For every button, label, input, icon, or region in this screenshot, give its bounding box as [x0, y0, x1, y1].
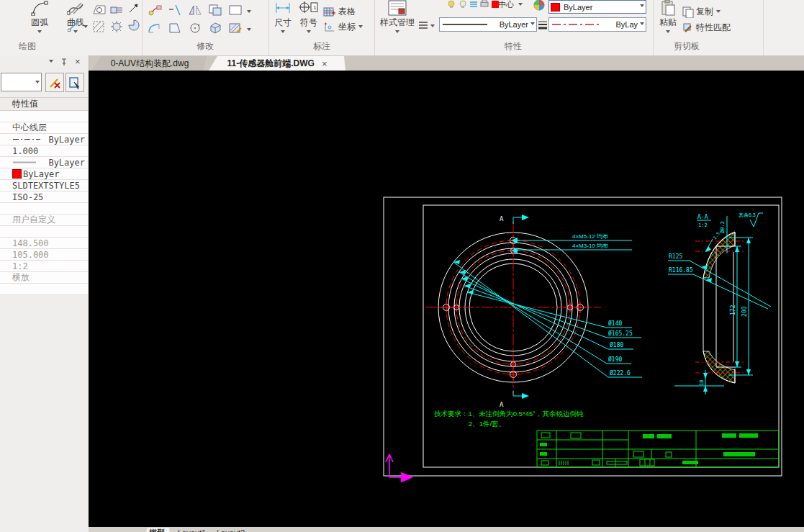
- color-swatch: [551, 3, 560, 12]
- property-row[interactable]: [0, 284, 88, 295]
- coordinate-button[interactable]: 坐标: [323, 21, 363, 33]
- property-row-orientation[interactable]: 横放: [0, 272, 88, 284]
- edit-cancel-button[interactable]: [45, 73, 64, 92]
- linetype-preview: [12, 137, 41, 141]
- style-manager-button[interactable]: 样式管理: [376, 0, 418, 35]
- rectangle-tool-icon[interactable]: [228, 4, 243, 17]
- property-row-layer[interactable]: 中心线层: [0, 122, 88, 134]
- group-label-modify: 修改: [185, 40, 225, 53]
- layer-combo-value: 中心: [498, 0, 514, 9]
- copy-button[interactable]: 复制: [682, 6, 721, 18]
- chevron-down-icon: [281, 30, 285, 35]
- chevron-down-icon[interactable]: [247, 10, 251, 15]
- linetype-preview: [441, 22, 489, 27]
- svg-text:Ø180: Ø180: [610, 341, 623, 348]
- arc-button[interactable]: 圆弧: [23, 0, 56, 35]
- copy-object-icon[interactable]: [208, 4, 222, 17]
- property-row-userdef[interactable]: 用户自定义: [0, 215, 88, 226]
- ribbon-group-properties: 样式管理 中心 ByLayer ByLayer: [374, 0, 654, 55]
- close-icon[interactable]: ×: [75, 58, 81, 66]
- property-row-height[interactable]: 105.000: [0, 249, 88, 261]
- property-row-linetype[interactable]: ByLayer: [0, 134, 88, 145]
- layout-tab-layout1[interactable]: Layout1: [172, 528, 212, 532]
- linetype-combo[interactable]: ByLayer: [439, 17, 537, 32]
- panel-filter-combo[interactable]: [1, 73, 42, 91]
- mirror-icon[interactable]: [188, 4, 202, 17]
- region-tool-icon[interactable]: [92, 4, 107, 17]
- chevron-down-icon[interactable]: [247, 28, 251, 33]
- properties-panel: × 特性值 中心线层 ByLayer 1.000 ByLayer ByLayer…: [0, 55, 89, 532]
- pie-tool-icon[interactable]: [127, 19, 141, 32]
- svg-text:Ø140: Ø140: [608, 320, 622, 327]
- paste-button[interactable]: 粘贴: [655, 0, 681, 35]
- offset-icon[interactable]: [168, 4, 182, 17]
- lineweight-combo[interactable]: ByLay: [548, 17, 646, 32]
- property-row-dimstyle[interactable]: ISO-25: [0, 191, 88, 203]
- lineweight-icon[interactable]: [536, 19, 550, 32]
- pin-icon[interactable]: [60, 58, 68, 66]
- drawing-canvas[interactable]: A A 4×M5-12 均布 4×M3-10 均布 Ø140 Ø165.25 Ø…: [89, 71, 804, 527]
- chevron-down-icon: [37, 30, 42, 35]
- doc-tab-label: 11-传感器舱前端.DWG: [227, 58, 315, 70]
- scale-icon[interactable]: [168, 22, 182, 35]
- table-label: 表格: [338, 6, 356, 18]
- chevron-down-icon[interactable]: [430, 24, 435, 30]
- property-row[interactable]: [0, 203, 88, 215]
- dimension-button[interactable]: 尺寸: [270, 0, 296, 35]
- property-row-width[interactable]: 148.500: [0, 238, 88, 249]
- lineweight-preview: [12, 161, 37, 164]
- svg-text:A-A: A-A: [697, 214, 708, 220]
- ribbon-group-clipboard: 粘贴 复制 特性匹配 剪切板: [653, 0, 764, 55]
- doc-tab-auv-assembly[interactable]: 0-AUV结构装配.dwg: [92, 56, 207, 71]
- close-icon[interactable]: ×: [322, 58, 328, 69]
- svg-text:A: A: [500, 401, 504, 408]
- dimension-label: 尺寸: [274, 17, 292, 29]
- svg-text:.1: .1: [312, 4, 317, 11]
- property-row[interactable]: [0, 226, 88, 238]
- lineweight-combo-value: ByLay: [601, 20, 640, 29]
- gear-icon[interactable]: [109, 20, 124, 33]
- chevron-down-icon: [395, 30, 399, 35]
- hatch-edit-icon[interactable]: [228, 22, 243, 35]
- layout-tab-model[interactable]: 模型: [143, 528, 171, 532]
- stretch-icon[interactable]: [148, 4, 162, 17]
- linetype-list-icon[interactable]: [416, 19, 430, 32]
- rotate-icon[interactable]: [188, 22, 202, 35]
- chevron-down-icon[interactable]: [49, 60, 53, 65]
- color-bylayer-combo[interactable]: ByLayer: [548, 0, 646, 14]
- line-tool-icon[interactable]: [69, 1, 83, 14]
- doc-tab-sensor-cabin[interactable]: 11-传感器舱前端.DWG ×: [209, 56, 345, 71]
- chevron-down-icon[interactable]: [83, 25, 88, 30]
- title-block: [537, 430, 779, 467]
- color-wheel-icon[interactable]: [532, 0, 546, 12]
- polyline-tool-icon[interactable]: [67, 19, 81, 32]
- fillet-icon[interactable]: [148, 22, 162, 35]
- svg-text:R116.85: R116.85: [669, 267, 693, 274]
- svg-text:4×M3-10 均布: 4×M3-10 均布: [572, 243, 608, 249]
- symbol-button[interactable]: .1 符号: [296, 0, 322, 35]
- ribbon: 圆弧 曲线 绘图 修改: [0, 0, 804, 56]
- ucs-icon: [386, 454, 412, 482]
- property-row-textstyle[interactable]: SLDTEXTSTYLE5: [0, 180, 88, 191]
- property-row-scale[interactable]: 1.000: [0, 145, 88, 157]
- chevron-down-icon: [358, 25, 363, 30]
- chevron-down-icon: [35, 81, 40, 86]
- doc-tab-label: 0-AUV结构装配.dwg: [111, 58, 189, 70]
- hatch-tool-icon[interactable]: [92, 20, 107, 33]
- property-row[interactable]: [0, 111, 88, 122]
- style-manager-icon: [387, 0, 407, 16]
- apply-select-button[interactable]: [66, 73, 84, 92]
- paste-icon: [660, 0, 676, 16]
- property-row-ratio[interactable]: 1:2: [0, 261, 88, 272]
- layer-combo[interactable]: 中心: [498, 0, 523, 9]
- arrow-tool-icon[interactable]: [127, 1, 141, 14]
- bolt-tool-icon[interactable]: [109, 4, 124, 17]
- svg-text:4×M5-12 均布: 4×M5-12 均布: [572, 233, 608, 240]
- table-button[interactable]: 表格: [323, 6, 356, 18]
- color-combo-value: ByLayer: [560, 3, 640, 12]
- property-row-lineweight[interactable]: ByLayer: [0, 157, 88, 168]
- layout-tab-layout2[interactable]: Layout2: [211, 528, 250, 532]
- 3d-box-icon[interactable]: [208, 22, 222, 35]
- match-properties-button[interactable]: 特性匹配: [682, 22, 731, 34]
- property-row-color[interactable]: ByLayer: [0, 168, 88, 180]
